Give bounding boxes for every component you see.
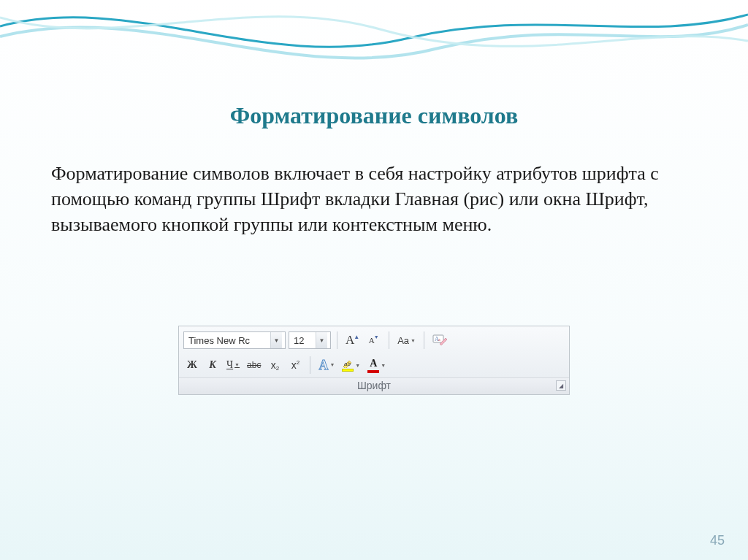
- svg-text:ab: ab: [344, 361, 351, 367]
- ribbon-group-label: Шрифт ◢: [179, 377, 569, 394]
- svg-text:a: a: [438, 337, 440, 342]
- chevron-down-icon[interactable]: ▼: [316, 332, 327, 348]
- bold-button[interactable]: Ж: [183, 356, 201, 374]
- grow-font-button[interactable]: A▲: [343, 331, 362, 349]
- font-color-icon: A: [367, 358, 379, 373]
- dialog-launcher-button[interactable]: ◢: [556, 380, 566, 391]
- caret-up-icon: ▲: [354, 334, 359, 340]
- slide-title: Форматирование символов: [0, 102, 748, 129]
- font-color-button[interactable]: A ▼: [365, 356, 388, 374]
- font-name-value: Times New Rc: [184, 335, 270, 346]
- separator: [337, 331, 337, 349]
- highlight-button[interactable]: ab ▼: [340, 356, 362, 374]
- italic-button[interactable]: К: [204, 356, 221, 374]
- decorative-wave: [0, 0, 748, 88]
- chevron-down-icon: ▼: [355, 363, 360, 368]
- ribbon-font-group: Times New Rc ▼ 12 ▼ A▲ A▼: [178, 326, 570, 395]
- subscript-button[interactable]: x2: [266, 356, 283, 374]
- slide: Форматирование символов Форматирование с…: [0, 0, 748, 560]
- chevron-down-icon: ▼: [329, 362, 335, 368]
- strikethrough-button[interactable]: abc: [245, 356, 263, 374]
- font-size-value: 12: [289, 335, 316, 346]
- page-number: 45: [710, 533, 725, 548]
- caret-down-icon: ▼: [374, 334, 379, 340]
- font-size-combo[interactable]: 12 ▼: [289, 331, 331, 349]
- change-case-button[interactable]: Aa ▼: [395, 331, 418, 349]
- ribbon-row-1: Times New Rc ▼ 12 ▼ A▲ A▼: [183, 329, 565, 351]
- chevron-down-icon: ▼: [381, 363, 386, 368]
- slide-body-text: Форматирование символов включает в себя …: [51, 161, 694, 237]
- separator: [424, 331, 424, 349]
- eraser-icon: A a: [432, 334, 447, 347]
- ribbon-row-2: Ж К Ч ▼ abc x2 x2: [183, 354, 565, 376]
- font-name-combo[interactable]: Times New Rc ▼: [183, 331, 286, 349]
- text-effects-button[interactable]: A ▼: [316, 356, 337, 374]
- shrink-font-button[interactable]: A▼: [365, 331, 383, 349]
- superscript-button[interactable]: x2: [286, 356, 304, 374]
- separator: [310, 356, 310, 374]
- underline-button[interactable]: Ч ▼: [224, 356, 242, 374]
- chevron-down-icon: ▼: [234, 362, 240, 368]
- clear-formatting-button[interactable]: A a: [430, 331, 449, 349]
- highlight-icon: ab: [342, 359, 354, 372]
- chevron-down-icon: ▼: [411, 338, 416, 343]
- chevron-down-icon[interactable]: ▼: [270, 332, 282, 348]
- separator: [389, 331, 389, 349]
